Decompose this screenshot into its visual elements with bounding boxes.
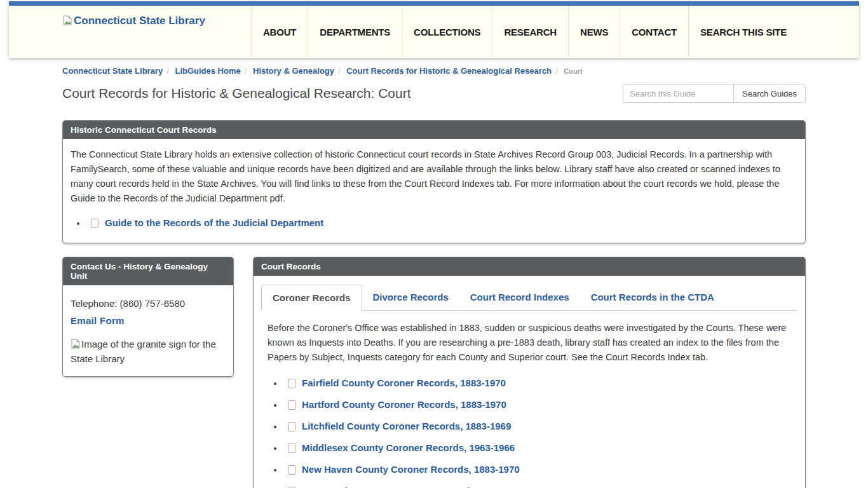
nav-item[interactable]: SEARCH THIS SITE [688, 6, 798, 58]
breadcrumb-link[interactable]: History & Genealogy [253, 66, 334, 76]
guide-search: Search Guides [623, 84, 806, 103]
list-item: Fairfield County Coroner Records, 1883-1… [268, 377, 791, 390]
contact-box-header: Contact Us - History & Genealogy Unit [63, 257, 233, 285]
document-link[interactable]: Guide to the Records of the Judicial Dep… [105, 217, 323, 229]
coroner-link-list: Fairfield County Coroner Records, 1883-1… [268, 377, 791, 488]
court-box-body: Coroner Records Divorce Records Court Re… [254, 276, 805, 488]
telephone-text: Telephone: (860) 757-6580 [71, 298, 226, 309]
breadcrumb-item: Connecticut State Library/ [62, 66, 173, 76]
document-link[interactable]: New London County Coroner Records, 1883-… [302, 485, 526, 488]
search-input[interactable] [623, 84, 733, 103]
list-item: New Haven County Coroner Records, 1883-1… [268, 463, 791, 476]
email-form-link[interactable]: Email Form [71, 315, 125, 326]
logo-text: Connecticut State Library [74, 15, 205, 27]
historic-box-header: Historic Connecticut Court Records [63, 121, 805, 139]
page-title: Court Records for Historic & Genealogica… [62, 86, 411, 101]
broken-image-icon [62, 15, 72, 29]
search-guides-button[interactable]: Search Guides [733, 84, 806, 103]
coroner-intro-text: Before the Coroner's Office was establis… [268, 321, 791, 365]
broken-image-icon [288, 422, 295, 431]
broken-image-icon [288, 444, 295, 453]
site-header: Connecticut State Library ABOUT DEPARTME… [9, 1, 859, 58]
breadcrumb-separator: / [245, 66, 247, 76]
main-content: Connecticut State Library/ LibGuides Hom… [62, 66, 806, 488]
site-logo[interactable]: Connecticut State Library [62, 15, 205, 58]
list-item: Middlesex County Coroner Records, 1963-1… [268, 442, 791, 454]
breadcrumb-item: History & Genealogy/ [253, 66, 344, 76]
court-box-header: Court Records [254, 257, 805, 276]
nav-item[interactable]: NEWS [568, 6, 620, 58]
historic-court-records-box: Historic Connecticut Court Records The C… [62, 120, 806, 243]
tab-bar: Coroner Records Divorce Records Court Re… [261, 285, 797, 311]
contact-box-body: Telephone: (860) 757-6580 Email Form Ima… [63, 285, 233, 376]
tab[interactable]: Court Records in the CTDA [580, 285, 725, 310]
nav-item[interactable]: RESEARCH [492, 6, 568, 58]
document-link[interactable]: Fairfield County Coroner Records, 1883-1… [302, 377, 506, 390]
historic-link-list: Guide to the Records of the Judicial Dep… [71, 217, 797, 229]
breadcrumb-link[interactable]: Connecticut State Library [62, 66, 163, 76]
historic-box-body: The Connecticut State Library holds an e… [63, 139, 805, 243]
nav-item[interactable]: CONTACT [620, 6, 688, 58]
nav-item[interactable]: DEPARTMENTS [308, 6, 402, 58]
two-column-row: Contact Us - History & Genealogy Unit Te… [62, 257, 806, 488]
nav-item[interactable]: ABOUT [251, 6, 308, 58]
list-item: Litchfield County Coroner Records, 1883-… [268, 420, 791, 433]
granite-sign-image-placeholder: Image of the granite sign for the State … [71, 337, 226, 366]
tab[interactable]: Divorce Records [362, 285, 459, 310]
nav-item[interactable]: COLLECTIONS [402, 6, 492, 58]
broken-image-icon [71, 340, 81, 351]
breadcrumb-separator: / [555, 66, 558, 76]
document-link[interactable]: New Haven County Coroner Records, 1883-1… [302, 463, 520, 476]
contact-box: Contact Us - History & Genealogy Unit Te… [62, 257, 234, 377]
breadcrumb-separator: / [166, 66, 169, 76]
breadcrumb-item: Court Records for Historic & Genealogica… [346, 66, 562, 76]
broken-image-icon [288, 400, 295, 410]
list-item: Guide to the Records of the Judicial Dep… [71, 217, 797, 229]
broken-image-icon [91, 219, 98, 228]
coroner-records-tab-panel: Before the Coroner's Office was establis… [261, 311, 797, 488]
document-link[interactable]: Middlesex County Coroner Records, 1963-1… [302, 442, 515, 454]
document-link[interactable]: Hartford County Coroner Records, 1883-19… [302, 398, 506, 411]
tab[interactable]: Coroner Records [261, 285, 362, 311]
title-row: Court Records for Historic & Genealogica… [62, 84, 806, 103]
breadcrumb-current: Court [564, 67, 582, 75]
list-item: Hartford County Coroner Records, 1883-19… [268, 398, 791, 411]
breadcrumb: Connecticut State Library/ LibGuides Hom… [62, 66, 806, 76]
image-alt-text: Image of the granite sign for the State … [71, 339, 216, 364]
historic-intro-text: The Connecticut State Library holds an e… [71, 147, 797, 206]
document-link[interactable]: Litchfield County Coroner Records, 1883-… [302, 420, 511, 433]
breadcrumb-link[interactable]: Court Records for Historic & Genealogica… [346, 66, 552, 76]
court-records-box: Court Records Coroner Records Divorce Re… [253, 257, 806, 488]
breadcrumb-link[interactable]: LibGuides Home [175, 66, 240, 76]
main-nav: ABOUT DEPARTMENTS COLLECTIONS RESEARCH N… [251, 6, 798, 58]
broken-image-icon [288, 379, 295, 388]
breadcrumb-separator: / [338, 66, 341, 76]
list-item: New London County Coroner Records, 1883-… [268, 485, 791, 488]
breadcrumb-item: LibGuides Home/ [175, 66, 250, 76]
broken-image-icon [288, 465, 295, 475]
tab[interactable]: Court Record Indexes [459, 285, 580, 310]
